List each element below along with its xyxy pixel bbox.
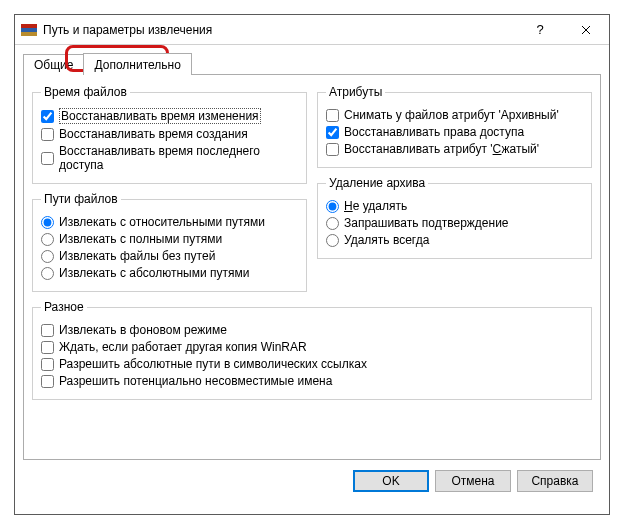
checkbox-restore-ctime[interactable] xyxy=(41,128,54,141)
close-button[interactable] xyxy=(563,15,609,45)
label-restore-mtime: Восстанавливать время изменения xyxy=(59,108,261,124)
group-attributes: Атрибуты Снимать у файлов атрибут 'Архив… xyxy=(317,85,592,168)
label-restore-compressed: Восстанавливать атрибут 'Сжатый' xyxy=(344,142,539,156)
radio-paths-full[interactable] xyxy=(41,233,54,246)
tab-general[interactable]: Общие xyxy=(23,54,84,75)
checkbox-clear-archive-attr[interactable] xyxy=(326,109,339,122)
label-abs-symlink: Разрешить абсолютные пути в символически… xyxy=(59,357,367,371)
group-misc: Разное Извлекать в фоновом режиме Ждать,… xyxy=(32,300,592,400)
help-button-bottom[interactable]: Справка xyxy=(517,470,593,492)
label-paths-relative: Извлекать с относительными путями xyxy=(59,215,265,229)
app-icon xyxy=(21,22,37,38)
label-clear-archive-attr: Снимать у файлов атрибут 'Архивный' xyxy=(344,108,559,122)
checkbox-background[interactable] xyxy=(41,324,54,337)
radio-paths-relative[interactable] xyxy=(41,216,54,229)
label-paths-none: Извлекать файлы без путей xyxy=(59,249,215,263)
dialog-body: Общие Дополнительно Время файлов Восстан… xyxy=(15,49,609,500)
label-bad-names: Разрешить потенциально несовместимые име… xyxy=(59,374,332,388)
label-restore-ctime: Восстанавливать время создания xyxy=(59,127,248,141)
label-background: Извлекать в фоновом режиме xyxy=(59,323,227,337)
radio-delete-ask[interactable] xyxy=(326,217,339,230)
tabstrip: Общие Дополнительно xyxy=(23,49,601,75)
label-delete-none: Не удалять xyxy=(344,199,407,213)
group-delete-archive-legend: Удаление архива xyxy=(326,176,428,190)
help-button[interactable]: ? xyxy=(517,15,563,45)
label-paths-full: Извлекать с полными путями xyxy=(59,232,222,246)
checkbox-restore-permissions[interactable] xyxy=(326,126,339,139)
dialog-window: Путь и параметры извлечения ? Общие Допо… xyxy=(14,14,610,515)
titlebar: Путь и параметры извлечения ? xyxy=(15,15,609,45)
tab-panel-advanced: Время файлов Восстанавливать время измен… xyxy=(23,74,601,460)
group-misc-legend: Разное xyxy=(41,300,87,314)
checkbox-restore-mtime[interactable] xyxy=(41,110,54,123)
window-title: Путь и параметры извлечения xyxy=(43,23,517,37)
tab-advanced[interactable]: Дополнительно xyxy=(83,53,191,75)
checkbox-abs-symlink[interactable] xyxy=(41,358,54,371)
cancel-button[interactable]: Отмена xyxy=(435,470,511,492)
group-file-paths: Пути файлов Извлекать с относительными п… xyxy=(32,192,307,292)
label-restore-atime: Восстанавливать время последнего доступа xyxy=(59,144,298,172)
group-file-time: Время файлов Восстанавливать время измен… xyxy=(32,85,307,184)
radio-paths-absolute[interactable] xyxy=(41,267,54,280)
radio-delete-always[interactable] xyxy=(326,234,339,247)
group-delete-archive: Удаление архива Не удалять Запрашивать п… xyxy=(317,176,592,259)
label-delete-always: Удалять всегда xyxy=(344,233,429,247)
checkbox-bad-names[interactable] xyxy=(41,375,54,388)
radio-paths-none[interactable] xyxy=(41,250,54,263)
ok-button[interactable]: OK xyxy=(353,470,429,492)
group-file-paths-legend: Пути файлов xyxy=(41,192,121,206)
group-file-time-legend: Время файлов xyxy=(41,85,130,99)
radio-delete-none[interactable] xyxy=(326,200,339,213)
label-delete-ask: Запрашивать подтверждение xyxy=(344,216,509,230)
checkbox-restore-atime[interactable] xyxy=(41,152,54,165)
label-wait-other: Ждать, если работает другая копия WinRAR xyxy=(59,340,307,354)
checkbox-restore-compressed[interactable] xyxy=(326,143,339,156)
checkbox-wait-other[interactable] xyxy=(41,341,54,354)
group-attributes-legend: Атрибуты xyxy=(326,85,385,99)
close-icon xyxy=(581,25,591,35)
label-paths-absolute: Извлекать с абсолютными путями xyxy=(59,266,249,280)
label-restore-permissions: Восстанавливать права доступа xyxy=(344,125,524,139)
button-row: OK Отмена Справка xyxy=(23,460,601,492)
